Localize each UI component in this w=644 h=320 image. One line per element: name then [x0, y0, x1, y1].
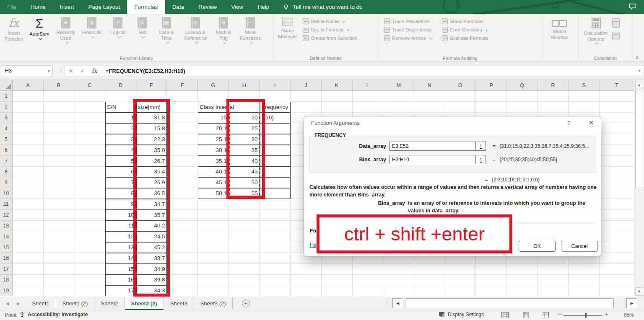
column-header-J[interactable]: J [291, 80, 322, 90]
cell-E16[interactable]: 33.7 [136, 253, 167, 264]
column-header-H[interactable]: H [229, 80, 260, 90]
zoom-in-button[interactable]: + [605, 312, 608, 317]
cell-G16[interactable] [198, 253, 229, 264]
cell-H17[interactable] [229, 264, 260, 275]
row-header-13[interactable]: 13 [0, 221, 13, 232]
cell-N18[interactable] [414, 275, 445, 286]
remove-arrows-button[interactable]: Remove Arrows [384, 35, 432, 41]
text-button[interactable]: AText [131, 16, 153, 38]
column-header-P[interactable]: P [476, 80, 507, 90]
cell-I9[interactable] [260, 177, 291, 188]
tab-help[interactable]: Help [250, 0, 276, 14]
math-trig-button[interactable]: θMath & Trig [211, 16, 236, 44]
cell-B3[interactable] [44, 113, 75, 124]
cell-H18[interactable] [229, 275, 260, 286]
tab-home[interactable]: Home [23, 0, 53, 14]
cell-G11[interactable] [198, 199, 229, 210]
cell-K1[interactable] [322, 91, 353, 102]
column-header-A[interactable]: A [13, 80, 44, 90]
cell-D10[interactable]: 8 [105, 188, 136, 199]
expand-formula-bar-icon[interactable]: ▾ [639, 68, 641, 73]
cell-R17[interactable] [538, 264, 569, 275]
cell-A6[interactable] [13, 145, 44, 156]
cell-G15[interactable] [198, 242, 229, 253]
cell-I7[interactable] [260, 156, 291, 167]
zoom-level[interactable]: 85% [624, 312, 634, 318]
cell-G3[interactable]: 15 [198, 113, 229, 124]
cell-B8[interactable] [44, 167, 75, 178]
cell-J17[interactable] [291, 264, 322, 275]
financial-button[interactable]: $Financial [79, 16, 105, 38]
cell-B14[interactable] [44, 231, 75, 242]
cell-B11[interactable] [44, 199, 75, 210]
row-header-9[interactable]: 9 [0, 177, 13, 188]
cell-D14[interactable]: 12 [105, 231, 136, 242]
cell-A19[interactable] [13, 285, 44, 296]
cell-E5[interactable]: 22.3 [136, 134, 167, 145]
row-header-3[interactable]: 3 [0, 113, 13, 124]
hscroll-left-arrow[interactable]: ◀ [392, 298, 403, 308]
column-header-N[interactable]: N [414, 80, 445, 90]
cell-M19[interactable] [383, 285, 414, 296]
cell-S18[interactable] [569, 275, 600, 286]
tab-data[interactable]: Data [165, 0, 192, 14]
cell-H3[interactable]: 20 [229, 113, 260, 124]
cell-S2[interactable] [569, 102, 600, 113]
cell-M2[interactable] [383, 102, 414, 113]
cell-R18[interactable] [538, 275, 569, 286]
add-sheet-button[interactable]: + [242, 299, 250, 307]
recently-used-button[interactable]: ★Recently Used [53, 16, 79, 44]
page-layout-view-button[interactable] [522, 312, 530, 318]
column-header-G[interactable]: G [198, 80, 229, 90]
cell-C16[interactable] [74, 253, 105, 264]
collapse-ribbon-button[interactable]: ∧ [635, 54, 639, 60]
cell-F11[interactable] [167, 199, 198, 210]
cell-A4[interactable] [13, 123, 44, 134]
cell-L2[interactable] [353, 102, 384, 113]
date-time-button[interactable]: ▦Date & Time [153, 16, 179, 44]
cell-F17[interactable] [167, 264, 198, 275]
cell-N17[interactable] [414, 264, 445, 275]
cell-D9[interactable]: 7 [105, 177, 136, 188]
cell-D15[interactable]: 13 [105, 242, 136, 253]
cell-P1[interactable] [476, 91, 507, 102]
cell-C3[interactable] [74, 113, 105, 124]
cell-I11[interactable] [260, 199, 291, 210]
cell-T11[interactable] [600, 199, 634, 210]
cell-A16[interactable] [13, 253, 44, 264]
cell-Q19[interactable] [507, 285, 538, 296]
cell-D6[interactable]: 4 [105, 145, 136, 156]
cell-B13[interactable] [44, 221, 75, 232]
sheet-tab-sheet2[interactable]: Sheet2 [94, 297, 125, 310]
zoom-slider-thumb[interactable] [585, 313, 587, 318]
cell-H13[interactable] [229, 221, 260, 232]
cell-S19[interactable] [569, 285, 600, 296]
cell-B17[interactable] [44, 264, 75, 275]
cell-B19[interactable] [44, 285, 75, 296]
cell-G9[interactable]: 45.1 [198, 177, 229, 188]
row-header-18[interactable]: 18 [0, 275, 13, 286]
cell-K2[interactable] [322, 102, 353, 113]
cell-C4[interactable] [74, 123, 105, 134]
cell-F1[interactable] [167, 91, 198, 102]
cell-T18[interactable] [600, 275, 634, 286]
lookup-reference-button[interactable]: ⊙Lookup & Reference [179, 16, 211, 44]
scroll-down-arrow[interactable]: ▼ [635, 287, 643, 296]
cell-O19[interactable] [445, 285, 476, 296]
cell-T5[interactable] [600, 134, 634, 145]
prev-sheet-arrow[interactable]: ◀ [6, 301, 9, 306]
cell-F4[interactable] [167, 123, 198, 134]
horizontal-scroll-thumb[interactable] [405, 298, 614, 308]
cell-J18[interactable] [291, 275, 322, 286]
cell-B4[interactable] [44, 123, 75, 134]
cell-G13[interactable] [198, 221, 229, 232]
cell-C11[interactable] [74, 199, 105, 210]
column-header-S[interactable]: S [569, 80, 600, 90]
cell-H12[interactable] [229, 210, 260, 221]
cell-D17[interactable]: 15 [105, 264, 136, 275]
cell-L17[interactable] [353, 264, 384, 275]
tab-page-layout[interactable]: Page Layout [81, 0, 127, 14]
cell-E3[interactable]: 31.8 [136, 113, 167, 124]
insert-function-button[interactable]: fx Insert Function [2, 16, 26, 42]
cell-C14[interactable] [74, 231, 105, 242]
